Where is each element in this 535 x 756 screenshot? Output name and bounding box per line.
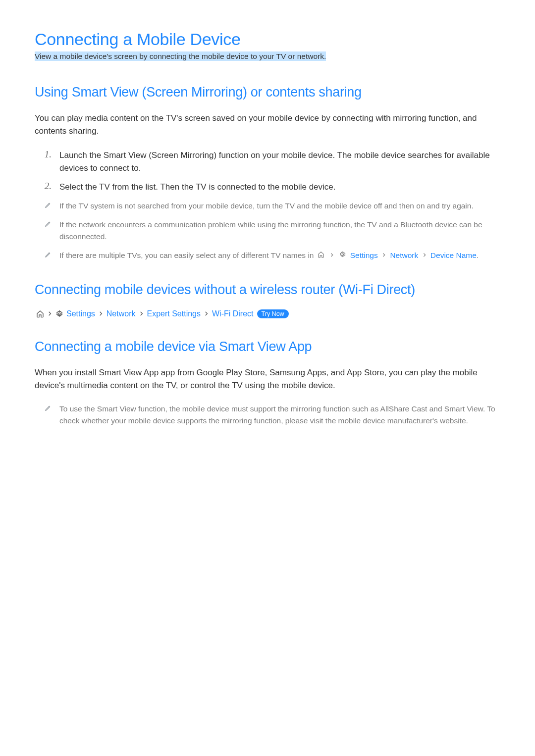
breadcrumb-device-name[interactable]: Device Name: [430, 251, 477, 259]
note-text: If the network encounters a communicatio…: [59, 219, 500, 243]
pencil-icon: [35, 250, 52, 258]
breadcrumb-settings[interactable]: Settings: [66, 309, 95, 318]
breadcrumb-network[interactable]: Network: [390, 251, 418, 259]
chevron-right-icon: [98, 310, 104, 317]
note-item: If the network encounters a communicatio…: [35, 219, 500, 243]
note-text: If there are multiple TVs, you can easil…: [59, 250, 500, 261]
section-heading-smart-view-app: Connecting a mobile device via Smart Vie…: [35, 339, 500, 354]
breadcrumb-network[interactable]: Network: [107, 309, 136, 318]
section-smart-view-app: Connecting a mobile device via Smart Vie…: [35, 339, 500, 427]
section-smart-view: Using Smart View (Screen Mirroring) or c…: [35, 85, 500, 261]
step-item: 1. Launch the Smart View (Screen Mirrori…: [35, 149, 500, 175]
home-icon: [318, 251, 324, 258]
svg-point-0: [342, 253, 344, 255]
step-number: 1.: [35, 149, 52, 160]
gear-icon: [339, 251, 346, 258]
section-wifi-direct: Connecting mobile devices without a wire…: [35, 282, 500, 318]
step-number: 2.: [35, 181, 52, 192]
note-item: If the TV system is not searched from yo…: [35, 200, 500, 212]
notes-list: If the TV system is not searched from yo…: [35, 200, 500, 261]
note-item: To use the Smart View function, the mobi…: [35, 403, 500, 427]
note-text: If the TV system is not searched from yo…: [59, 200, 500, 212]
chevron-right-icon: [329, 252, 334, 258]
section-heading-smart-view: Using Smart View (Screen Mirroring) or c…: [35, 85, 500, 100]
chevron-right-icon: [381, 252, 386, 258]
section-heading-wifi-direct: Connecting mobile devices without a wire…: [35, 282, 500, 298]
page-subtitle: View a mobile device's screen by connect…: [35, 51, 326, 61]
gear-icon: [55, 310, 63, 318]
page-subtitle-wrap: View a mobile device's screen by connect…: [35, 52, 500, 61]
note-item: If there are multiple TVs, you can easil…: [35, 250, 500, 261]
breadcrumb-wifi-direct[interactable]: Wi-Fi Direct: [212, 309, 254, 318]
step-text: Launch the Smart View (Screen Mirroring)…: [59, 149, 500, 175]
chevron-right-icon: [47, 310, 53, 317]
chevron-right-icon: [139, 310, 144, 317]
note-prefix: If there are multiple TVs, you can easil…: [59, 251, 316, 259]
pencil-icon: [35, 200, 52, 208]
notes-list: To use the Smart View function, the mobi…: [35, 403, 500, 427]
svg-point-1: [58, 313, 60, 315]
chevron-right-icon: [422, 252, 427, 258]
breadcrumb-settings[interactable]: Settings: [350, 251, 378, 259]
note-text: To use the Smart View function, the mobi…: [59, 403, 500, 427]
step-text: Select the TV from the list. Then the TV…: [59, 181, 500, 194]
page-title: Connecting a Mobile Device: [35, 30, 500, 49]
steps-list: 1. Launch the Smart View (Screen Mirrori…: [35, 149, 500, 194]
try-now-badge[interactable]: Try Now: [257, 309, 289, 318]
section-intro-smart-view-app: When you install Smart View App app from…: [35, 366, 500, 393]
section-intro-smart-view: You can play media content on the TV's s…: [35, 112, 500, 138]
chevron-right-icon: [204, 310, 209, 317]
pencil-icon: [35, 219, 52, 227]
breadcrumb-expert-settings[interactable]: Expert Settings: [147, 309, 201, 318]
breadcrumb: Settings Network Expert Settings Wi-Fi D…: [35, 309, 500, 318]
pencil-icon: [35, 403, 52, 411]
step-item: 2. Select the TV from the list. Then the…: [35, 181, 500, 194]
home-icon: [36, 310, 44, 318]
